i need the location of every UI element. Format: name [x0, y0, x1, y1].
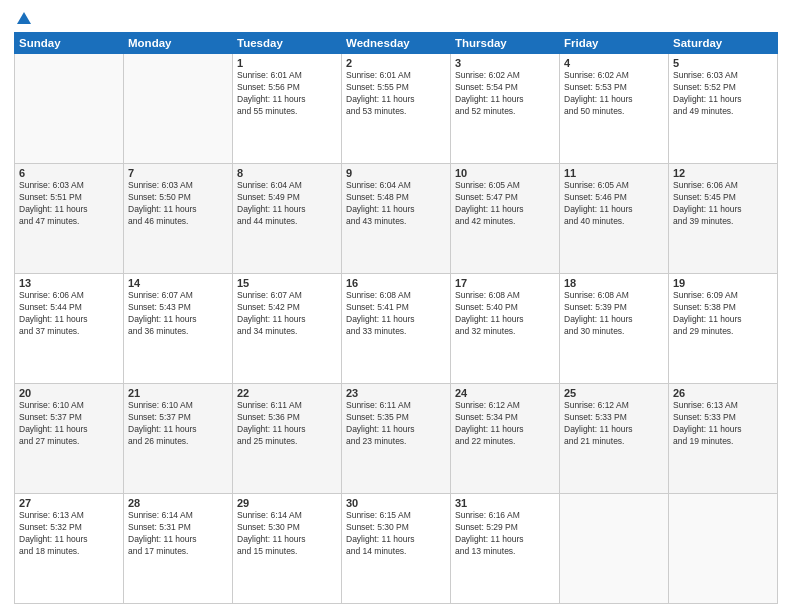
day-number: 15 — [237, 277, 337, 289]
calendar-day-cell: 7Sunrise: 6:03 AM Sunset: 5:50 PM Daylig… — [124, 164, 233, 274]
calendar-day-cell: 9Sunrise: 6:04 AM Sunset: 5:48 PM Daylig… — [342, 164, 451, 274]
day-number: 18 — [564, 277, 664, 289]
day-number: 5 — [673, 57, 773, 69]
day-info: Sunrise: 6:12 AM Sunset: 5:33 PM Dayligh… — [564, 400, 664, 448]
day-number: 19 — [673, 277, 773, 289]
logo — [14, 10, 33, 26]
day-number: 24 — [455, 387, 555, 399]
page: SundayMondayTuesdayWednesdayThursdayFrid… — [0, 0, 792, 612]
calendar-day-cell: 12Sunrise: 6:06 AM Sunset: 5:45 PM Dayli… — [669, 164, 778, 274]
calendar-day-cell: 23Sunrise: 6:11 AM Sunset: 5:35 PM Dayli… — [342, 384, 451, 494]
day-number: 25 — [564, 387, 664, 399]
day-info: Sunrise: 6:13 AM Sunset: 5:33 PM Dayligh… — [673, 400, 773, 448]
day-number: 17 — [455, 277, 555, 289]
day-info: Sunrise: 6:01 AM Sunset: 5:56 PM Dayligh… — [237, 70, 337, 118]
calendar-week-row: 13Sunrise: 6:06 AM Sunset: 5:44 PM Dayli… — [15, 274, 778, 384]
calendar-day-cell: 4Sunrise: 6:02 AM Sunset: 5:53 PM Daylig… — [560, 54, 669, 164]
day-number: 6 — [19, 167, 119, 179]
day-number: 4 — [564, 57, 664, 69]
day-number: 31 — [455, 497, 555, 509]
calendar-day-cell: 30Sunrise: 6:15 AM Sunset: 5:30 PM Dayli… — [342, 494, 451, 604]
day-number: 22 — [237, 387, 337, 399]
day-number: 27 — [19, 497, 119, 509]
day-info: Sunrise: 6:15 AM Sunset: 5:30 PM Dayligh… — [346, 510, 446, 558]
day-info: Sunrise: 6:07 AM Sunset: 5:43 PM Dayligh… — [128, 290, 228, 338]
day-info: Sunrise: 6:11 AM Sunset: 5:35 PM Dayligh… — [346, 400, 446, 448]
calendar-day-cell: 29Sunrise: 6:14 AM Sunset: 5:30 PM Dayli… — [233, 494, 342, 604]
calendar-day-cell — [669, 494, 778, 604]
day-number: 1 — [237, 57, 337, 69]
day-number: 21 — [128, 387, 228, 399]
calendar-week-row: 6Sunrise: 6:03 AM Sunset: 5:51 PM Daylig… — [15, 164, 778, 274]
calendar-day-cell: 26Sunrise: 6:13 AM Sunset: 5:33 PM Dayli… — [669, 384, 778, 494]
day-number: 16 — [346, 277, 446, 289]
day-number: 7 — [128, 167, 228, 179]
calendar-day-cell: 14Sunrise: 6:07 AM Sunset: 5:43 PM Dayli… — [124, 274, 233, 384]
day-number: 30 — [346, 497, 446, 509]
day-number: 3 — [455, 57, 555, 69]
day-info: Sunrise: 6:16 AM Sunset: 5:29 PM Dayligh… — [455, 510, 555, 558]
calendar-day-cell: 24Sunrise: 6:12 AM Sunset: 5:34 PM Dayli… — [451, 384, 560, 494]
day-number: 13 — [19, 277, 119, 289]
day-info: Sunrise: 6:06 AM Sunset: 5:44 PM Dayligh… — [19, 290, 119, 338]
calendar-week-row: 27Sunrise: 6:13 AM Sunset: 5:32 PM Dayli… — [15, 494, 778, 604]
calendar-day-cell: 21Sunrise: 6:10 AM Sunset: 5:37 PM Dayli… — [124, 384, 233, 494]
day-info: Sunrise: 6:04 AM Sunset: 5:49 PM Dayligh… — [237, 180, 337, 228]
day-number: 28 — [128, 497, 228, 509]
calendar-day-cell: 3Sunrise: 6:02 AM Sunset: 5:54 PM Daylig… — [451, 54, 560, 164]
day-number: 29 — [237, 497, 337, 509]
calendar-day-cell: 13Sunrise: 6:06 AM Sunset: 5:44 PM Dayli… — [15, 274, 124, 384]
day-number: 12 — [673, 167, 773, 179]
calendar-day-cell — [560, 494, 669, 604]
day-info: Sunrise: 6:12 AM Sunset: 5:34 PM Dayligh… — [455, 400, 555, 448]
calendar-day-cell: 16Sunrise: 6:08 AM Sunset: 5:41 PM Dayli… — [342, 274, 451, 384]
day-info: Sunrise: 6:14 AM Sunset: 5:30 PM Dayligh… — [237, 510, 337, 558]
day-number: 20 — [19, 387, 119, 399]
calendar-table: SundayMondayTuesdayWednesdayThursdayFrid… — [14, 32, 778, 604]
day-info: Sunrise: 6:08 AM Sunset: 5:40 PM Dayligh… — [455, 290, 555, 338]
day-number: 23 — [346, 387, 446, 399]
weekday-header-saturday: Saturday — [669, 33, 778, 54]
calendar-day-cell: 31Sunrise: 6:16 AM Sunset: 5:29 PM Dayli… — [451, 494, 560, 604]
calendar-day-cell: 8Sunrise: 6:04 AM Sunset: 5:49 PM Daylig… — [233, 164, 342, 274]
day-number: 9 — [346, 167, 446, 179]
calendar-day-cell: 28Sunrise: 6:14 AM Sunset: 5:31 PM Dayli… — [124, 494, 233, 604]
weekday-header-tuesday: Tuesday — [233, 33, 342, 54]
day-info: Sunrise: 6:06 AM Sunset: 5:45 PM Dayligh… — [673, 180, 773, 228]
day-info: Sunrise: 6:02 AM Sunset: 5:53 PM Dayligh… — [564, 70, 664, 118]
day-info: Sunrise: 6:10 AM Sunset: 5:37 PM Dayligh… — [128, 400, 228, 448]
calendar-day-cell: 6Sunrise: 6:03 AM Sunset: 5:51 PM Daylig… — [15, 164, 124, 274]
day-number: 11 — [564, 167, 664, 179]
logo-icon — [15, 10, 33, 28]
day-info: Sunrise: 6:04 AM Sunset: 5:48 PM Dayligh… — [346, 180, 446, 228]
calendar-day-cell: 25Sunrise: 6:12 AM Sunset: 5:33 PM Dayli… — [560, 384, 669, 494]
calendar-day-cell — [15, 54, 124, 164]
day-info: Sunrise: 6:10 AM Sunset: 5:37 PM Dayligh… — [19, 400, 119, 448]
day-info: Sunrise: 6:08 AM Sunset: 5:39 PM Dayligh… — [564, 290, 664, 338]
calendar-day-cell: 2Sunrise: 6:01 AM Sunset: 5:55 PM Daylig… — [342, 54, 451, 164]
day-info: Sunrise: 6:13 AM Sunset: 5:32 PM Dayligh… — [19, 510, 119, 558]
day-info: Sunrise: 6:01 AM Sunset: 5:55 PM Dayligh… — [346, 70, 446, 118]
weekday-header-monday: Monday — [124, 33, 233, 54]
day-info: Sunrise: 6:05 AM Sunset: 5:46 PM Dayligh… — [564, 180, 664, 228]
calendar-day-cell: 27Sunrise: 6:13 AM Sunset: 5:32 PM Dayli… — [15, 494, 124, 604]
day-info: Sunrise: 6:14 AM Sunset: 5:31 PM Dayligh… — [128, 510, 228, 558]
weekday-header-row: SundayMondayTuesdayWednesdayThursdayFrid… — [15, 33, 778, 54]
day-info: Sunrise: 6:03 AM Sunset: 5:50 PM Dayligh… — [128, 180, 228, 228]
day-info: Sunrise: 6:05 AM Sunset: 5:47 PM Dayligh… — [455, 180, 555, 228]
day-number: 14 — [128, 277, 228, 289]
weekday-header-sunday: Sunday — [15, 33, 124, 54]
calendar-day-cell — [124, 54, 233, 164]
svg-marker-0 — [17, 12, 31, 24]
calendar-week-row: 20Sunrise: 6:10 AM Sunset: 5:37 PM Dayli… — [15, 384, 778, 494]
day-info: Sunrise: 6:11 AM Sunset: 5:36 PM Dayligh… — [237, 400, 337, 448]
day-info: Sunrise: 6:02 AM Sunset: 5:54 PM Dayligh… — [455, 70, 555, 118]
day-number: 10 — [455, 167, 555, 179]
calendar-day-cell: 19Sunrise: 6:09 AM Sunset: 5:38 PM Dayli… — [669, 274, 778, 384]
calendar-week-row: 1Sunrise: 6:01 AM Sunset: 5:56 PM Daylig… — [15, 54, 778, 164]
header — [14, 10, 778, 26]
weekday-header-wednesday: Wednesday — [342, 33, 451, 54]
calendar-day-cell: 10Sunrise: 6:05 AM Sunset: 5:47 PM Dayli… — [451, 164, 560, 274]
calendar-day-cell: 20Sunrise: 6:10 AM Sunset: 5:37 PM Dayli… — [15, 384, 124, 494]
day-number: 8 — [237, 167, 337, 179]
